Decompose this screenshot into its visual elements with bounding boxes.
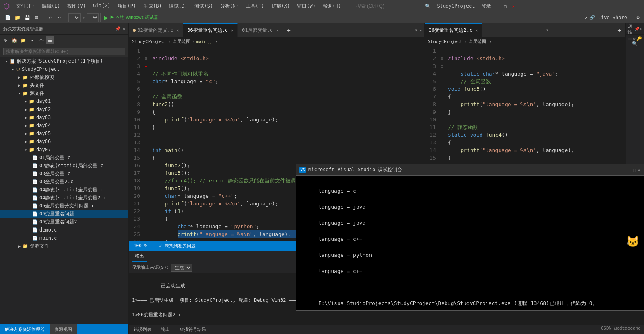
platform-select[interactable]: x86 xyxy=(87,13,99,22)
sidebar-filter-btn[interactable]: ▾ xyxy=(28,36,36,44)
tree-file-main[interactable]: 📄 main.c xyxy=(0,234,128,242)
tree-file-04static-global[interactable]: 📄 04静态(static)全局变量.c xyxy=(0,186,128,194)
tab-scroll-right[interactable]: ▸ xyxy=(419,27,422,33)
sidebar-search-input[interactable] xyxy=(3,48,125,55)
menu-help[interactable]: 帮助(H) xyxy=(320,1,345,11)
tree-item-day02[interactable]: ▶ 📁 day02 xyxy=(0,105,128,113)
tab-resource-view[interactable]: 资源视图 xyxy=(50,324,77,334)
tree-item-day03[interactable]: ▶ 📁 day03 xyxy=(0,113,128,121)
tree-file-06rename2[interactable]: 📄 06变量重名问题2.c xyxy=(0,218,128,226)
run-button[interactable]: ▶ ▶ 本地 Windows 调试器 xyxy=(101,14,161,22)
debug-console-close[interactable]: ✕ xyxy=(638,167,640,173)
tree-item-day07[interactable]: ▾ 📁 day07 xyxy=(0,145,128,154)
bottom-tab-find[interactable]: 查找符号结果 xyxy=(175,325,211,334)
menu-file[interactable]: 文件(F) xyxy=(13,1,38,11)
bc-scope-r[interactable]: 全局范围 xyxy=(469,39,486,45)
tab-06-rename[interactable]: 06变量重名问题.c ✕ xyxy=(183,23,238,37)
sidebar-sync-btn[interactable]: ↻ xyxy=(2,36,10,44)
menu-window[interactable]: 窗口(W) xyxy=(294,1,319,11)
add-tab-btn-right[interactable]: + xyxy=(614,25,625,36)
title-search[interactable] xyxy=(353,2,433,10)
tab-overflow-icon[interactable]: ▾ xyxy=(415,27,418,33)
tree-file-demo[interactable]: 📄 demo.c xyxy=(0,226,128,234)
tree-item-day04[interactable]: ▶ 📁 day04 xyxy=(0,121,128,129)
toolbar-save-all[interactable]: ⊞ xyxy=(32,13,41,22)
close-tab-02[interactable]: ✕ xyxy=(176,28,179,33)
maximize-btn[interactable]: □ xyxy=(502,3,509,9)
bc-expand-r[interactable]: ▾ xyxy=(489,39,492,44)
properties-pin[interactable]: 📌 xyxy=(634,27,639,31)
search-submit-icon[interactable]: 🔍 xyxy=(632,41,638,46)
close-tab-06-2[interactable]: ✕ xyxy=(475,28,478,33)
bc-project[interactable]: StudyCProject xyxy=(132,39,167,44)
tree-project[interactable]: ▾ ⬡ StudyCProject xyxy=(0,65,128,73)
tree-file-04static-global2[interactable]: 📄 04静态(static)全局变量2.c xyxy=(0,194,128,202)
settings-icon[interactable]: ⚙ xyxy=(634,13,642,22)
tab-overflow-icon-right[interactable]: ▾ xyxy=(546,27,549,33)
tree-item-headers[interactable]: ▶ 📁 头文件 xyxy=(0,81,128,89)
sidebar-home-btn[interactable]: 🏠 xyxy=(10,36,19,44)
tree-item-day06[interactable]: ▶ 📁 day06 xyxy=(0,137,128,145)
close-tab-01[interactable]: ✕ xyxy=(276,28,279,33)
tree-file-06rename[interactable]: 📄 06变量重名问题.c xyxy=(0,210,128,218)
debug-console-minimize[interactable]: ─ xyxy=(628,167,631,173)
file-c-icon-4: 📄 xyxy=(32,179,38,184)
tab-02-define[interactable]: ● 02变量的定义.c ✕ xyxy=(129,23,183,37)
properties-close[interactable]: ✕ xyxy=(640,27,642,31)
debug-console-maximize[interactable]: □ xyxy=(633,167,636,173)
menu-build[interactable]: 生成(B) xyxy=(140,1,165,11)
menu-extensions[interactable]: 扩展(X) xyxy=(268,1,293,11)
bc-scope[interactable]: 全局范围 xyxy=(173,39,190,45)
sidebar-pin-icon[interactable]: 📌 xyxy=(115,26,121,31)
output-tab-output[interactable]: 输出 xyxy=(132,251,147,262)
tree-file-01local[interactable]: 📄 01局部变量.c xyxy=(0,154,128,162)
sidebar-close-icon[interactable]: ✕ xyxy=(122,26,125,31)
tree-file-05global-file[interactable]: 📄 05全局变量分文件问题.c xyxy=(0,202,128,210)
close-btn[interactable]: ✕ xyxy=(510,3,517,9)
close-tab-06[interactable]: ✕ xyxy=(231,28,233,33)
toolbar-new[interactable]: 📄 xyxy=(3,13,12,22)
menu-analyze[interactable]: 分析(N) xyxy=(217,1,242,11)
tree-item-day05[interactable]: ▶ 📁 day05 xyxy=(0,129,128,137)
status-zoom[interactable]: 100 % xyxy=(132,243,149,248)
tree-file-03global2[interactable]: 📄 03全局变量2.c xyxy=(0,178,128,186)
tree-file-03global[interactable]: 📄 03全局变量.c xyxy=(0,170,128,178)
tab-solution-explorer[interactable]: 解决方案资源管理器 xyxy=(0,324,50,334)
minimize-btn[interactable]: ─ xyxy=(494,3,501,9)
toolbar-save[interactable]: 💾 xyxy=(23,13,31,22)
tab-06-rename2[interactable]: 06变量重名问题2.c ✕ xyxy=(425,23,482,37)
tree-file-02static-local[interactable]: 📄 02静态(static)局部变量.c xyxy=(0,162,128,170)
menu-tools[interactable]: 工具(T) xyxy=(243,1,268,11)
properties-icon1[interactable]: ☰ xyxy=(628,36,632,41)
output-source-select[interactable]: 生成 xyxy=(171,264,192,272)
toolbar-undo[interactable]: ↩ xyxy=(45,13,54,22)
tree-item-day01[interactable]: ▶ 📁 day01 xyxy=(0,97,128,105)
bottom-tab-output[interactable]: 输出 xyxy=(156,325,175,334)
sidebar-list-btn[interactable]: ☰ xyxy=(46,36,54,44)
toolbar-redo[interactable]: ↪ xyxy=(55,13,64,22)
menu-git[interactable]: Git(G) xyxy=(90,1,114,11)
solution-icon: 📋 xyxy=(10,59,15,64)
bc-project-r[interactable]: StudyCProject xyxy=(428,39,462,44)
tree-item-external[interactable]: ▶ 📁 外部依赖项 xyxy=(0,73,128,81)
sidebar-code-btn[interactable]: <> xyxy=(37,36,45,44)
config-select[interactable]: Debug xyxy=(68,13,80,22)
toolbar-open[interactable]: 📁 xyxy=(13,13,22,22)
menu-test[interactable]: 测试(S) xyxy=(191,1,216,11)
menu-view[interactable]: 视图(V) xyxy=(64,1,89,11)
tree-root[interactable]: ▾ 📋 解决方案"StudyCProject"(1个项目) xyxy=(0,57,128,65)
tree-item-source[interactable]: ▾ 📁 源文件 xyxy=(0,89,128,97)
sidebar-folder-btn[interactable]: 📁 xyxy=(19,36,27,44)
tab-01-local[interactable]: 01局部变量.c ✕ xyxy=(238,23,283,37)
login-btn[interactable]: 登录 xyxy=(481,3,491,10)
bc-expand[interactable]: ▾ xyxy=(215,39,218,44)
menu-project[interactable]: 项目(P) xyxy=(114,1,139,11)
add-tab-btn-left[interactable]: + xyxy=(283,25,294,36)
menu-debug[interactable]: 调试(D) xyxy=(166,1,191,11)
status-issues[interactable]: ✔ 未找到相关问题 xyxy=(158,243,197,249)
live-share-button[interactable]: ↗ 🔗 Live Share xyxy=(581,14,630,21)
bc-func[interactable]: main() xyxy=(196,39,212,44)
tree-item-resources[interactable]: ▶ 📁 资源文件 xyxy=(0,242,128,250)
menu-edit[interactable]: 编辑(E) xyxy=(39,1,64,11)
bottom-tab-errors[interactable]: 错误列表 xyxy=(129,325,156,334)
